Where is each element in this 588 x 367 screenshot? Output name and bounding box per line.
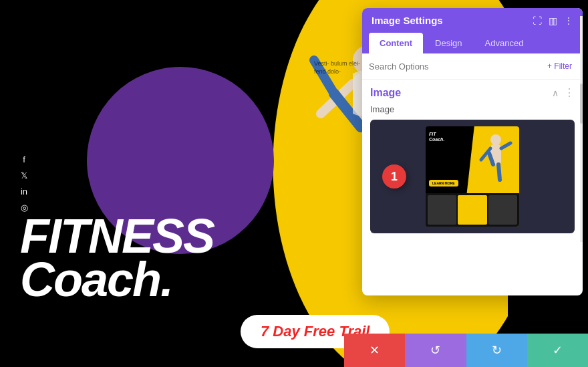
svg-line-11 (501, 143, 510, 148)
coach-title: Coach. (20, 252, 172, 307)
mini-athlete-svg (476, 130, 516, 190)
image-preview-container[interactable]: FITCoach. LEARN MORE (370, 120, 575, 233)
image-settings-panel: Image Settings ⛶ ▥ ⋮ Content Design Adva… (362, 8, 583, 295)
scrollbar-thumb (580, 84, 583, 124)
mini-thumb-3 (488, 195, 517, 225)
mini-thumb-1 (428, 195, 456, 225)
undo-icon: ↺ (430, 343, 440, 358)
mini-fitness-text: FITCoach. (429, 132, 444, 142)
linkedin-icon: in (19, 187, 29, 197)
filter-label: + Filter (547, 62, 572, 71)
panel-scrollbar[interactable] (580, 16, 583, 242)
redo-icon: ↻ (492, 343, 502, 358)
facebook-icon: f (19, 154, 29, 165)
bottom-toolbar: ✕ ↺ ↻ ✓ (344, 334, 588, 367)
panel-content: Image ∧ ⋮ Image FITCoach. (362, 80, 583, 295)
panel-tabs: Content Design Advanced (362, 33, 583, 53)
svg-line-13 (498, 164, 500, 180)
tab-design[interactable]: Design (424, 33, 472, 53)
filter-button[interactable]: + Filter (543, 59, 576, 74)
image-preview: FITCoach. LEARN MORE (426, 126, 519, 227)
panel-header: Image Settings ⛶ ▥ ⋮ (362, 8, 583, 33)
close-button[interactable]: ✕ (344, 334, 405, 367)
undo-button[interactable]: ↺ (405, 334, 466, 367)
close-icon: ✕ (370, 343, 380, 358)
panel-title: Image Settings (372, 15, 443, 26)
columns-icon[interactable]: ▥ (549, 15, 557, 26)
panel-header-icons: ⛶ ▥ ⋮ (533, 15, 573, 26)
svg-point-8 (490, 134, 501, 145)
instagram-icon: ◎ (19, 203, 29, 213)
lorem-text: Vesti- bulum elei- fend dolo- (314, 60, 361, 76)
expand-icon[interactable]: ⛶ (533, 15, 542, 26)
more-icon[interactable]: ⋮ (564, 15, 573, 26)
tab-advanced[interactable]: Advanced (474, 33, 535, 53)
mini-cta: LEARN MORE (429, 180, 458, 187)
save-button[interactable]: ✓ (527, 334, 588, 367)
section-actions: ∧ ⋮ (552, 86, 575, 99)
tab-content[interactable]: Content (369, 33, 423, 53)
collapse-icon[interactable]: ∧ (552, 88, 559, 98)
redo-button[interactable]: ↻ (466, 334, 527, 367)
mini-thumb-2 (458, 195, 486, 225)
section-more-icon[interactable]: ⋮ (564, 86, 575, 99)
mini-fitness-card: FITCoach. LEARN MORE (426, 126, 519, 227)
section-title: Image (370, 87, 401, 99)
social-icons: f 𝕏 in ◎ (19, 154, 29, 213)
search-input[interactable] (369, 62, 539, 72)
save-icon: ✓ (553, 343, 563, 358)
search-bar: + Filter (362, 53, 583, 80)
section-header: Image ∧ ⋮ (370, 86, 575, 99)
mini-bottom (426, 193, 519, 227)
twitter-icon: 𝕏 (19, 170, 29, 181)
number-badge: 1 (382, 164, 406, 189)
image-label: Image (370, 104, 575, 114)
